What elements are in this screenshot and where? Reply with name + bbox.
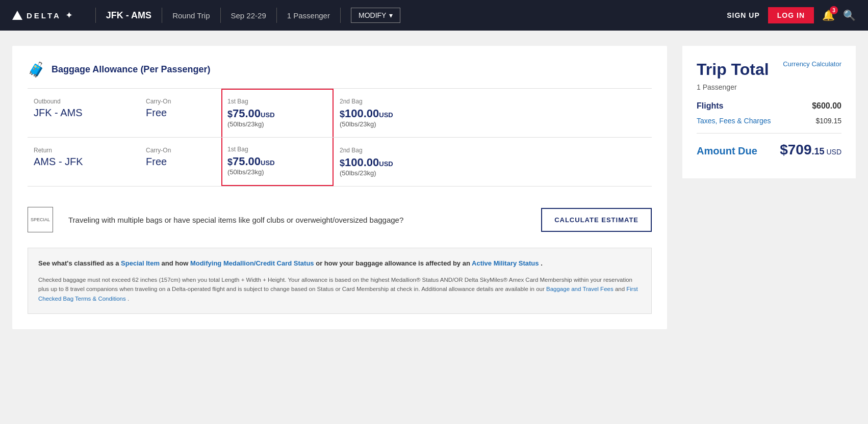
delta-triangle-icon — [12, 11, 22, 20]
outbound-route-cell: Outbound JFK - AMS — [28, 89, 140, 137]
info-box-top: See what's classified as a Special Item … — [38, 258, 641, 269]
search-icon[interactable]: 🔍 — [843, 9, 856, 21]
header-divider-4 — [276, 8, 277, 23]
modify-button-label: MODIFY — [359, 11, 386, 19]
amount-due-main: $709 — [780, 142, 811, 157]
outbound-label: Outbound — [34, 98, 134, 105]
amount-due-label: Amount Due — [697, 145, 757, 157]
price-symbol-r2: $ — [340, 158, 345, 168]
price-main-r: 75.00 — [233, 155, 261, 168]
amount-due-row: Amount Due $709.15 USD — [697, 142, 841, 158]
main-layout: 🧳 Baggage Allowance (Per Passenger) Outb… — [0, 31, 868, 344]
return-first-bag-cell: 1st Bag $75.00USD (50lbs/23kg) — [221, 138, 334, 186]
header-divider-2 — [162, 8, 162, 23]
baggage-title: Baggage Allowance (Per Passenger) — [52, 64, 210, 75]
baggage-fees-link[interactable]: Baggage and Travel Fees — [546, 286, 614, 292]
outbound-second-bag-cell: 2nd Bag $100.00USD (50lbs/23kg) — [334, 89, 446, 137]
outbound-first-bag-price: $75.00USD — [227, 107, 327, 120]
price-usd: USD — [261, 111, 274, 119]
return-second-bag-weight: (50lbs/23kg) — [340, 169, 440, 177]
price-main-2: 100.00 — [345, 107, 379, 120]
trip-passengers: 1 Passenger — [697, 83, 841, 91]
signup-button[interactable]: SIGN UP — [727, 11, 760, 19]
return-second-bag-price: $100.00USD — [340, 156, 440, 169]
header-divider-1 — [95, 8, 96, 23]
return-first-bag-label: 1st Bag — [227, 146, 327, 153]
price-main: 75.00 — [233, 107, 261, 120]
right-panel: Trip Total Currency Calculator 1 Passeng… — [682, 46, 856, 329]
price-symbol: $ — [227, 109, 233, 119]
outbound-second-bag-price: $100.00USD — [340, 107, 440, 120]
return-second-bag-label: 2nd Bag — [340, 147, 440, 154]
outbound-carryon-cell: Carry-On Free — [140, 89, 221, 137]
return-carryon-value: Free — [146, 156, 215, 168]
outbound-carryon-label: Carry-On — [146, 98, 215, 105]
return-carryon-label: Carry-On — [146, 147, 215, 154]
info-box-body: Checked baggage must not exceed 62 inche… — [38, 275, 641, 303]
price-symbol-2: $ — [340, 109, 345, 119]
return-second-bag-cell: 2nd Bag $100.00USD (50lbs/23kg) — [334, 138, 446, 186]
flights-value: $600.00 — [812, 101, 841, 111]
header-dates: Sep 22-29 — [231, 11, 266, 20]
outbound-second-bag-label: 2nd Bag — [340, 98, 440, 105]
return-route-name: AMS - JFK — [34, 156, 134, 168]
special-item-link[interactable]: Special Item — [121, 259, 160, 267]
medallion-link[interactable]: Modifying Medallion/Credit Card Status — [190, 259, 314, 267]
header-trip-type: Round Trip — [172, 11, 210, 20]
return-row: Return AMS - JFK Carry-On Free 1st Bag $… — [28, 138, 652, 186]
modify-chevron-icon: ▾ — [389, 11, 393, 19]
modify-button[interactable]: MODIFY ▾ — [351, 8, 400, 23]
amount-due-currency: USD — [825, 148, 841, 156]
logo-text: DELTA — [27, 11, 61, 20]
baggage-icon: 🧳 — [28, 61, 45, 78]
outbound-first-bag-weight: (50lbs/23kg) — [227, 120, 327, 128]
return-route-cell: Return AMS - JFK — [28, 138, 140, 186]
fees-label: Taxes, Fees & Charges — [697, 117, 771, 125]
return-first-bag-price: $75.00USD — [227, 155, 327, 168]
trip-total-header: Trip Total Currency Calculator — [697, 60, 841, 79]
info-box: See what's classified as a Special Item … — [28, 248, 652, 314]
price-usd-2: USD — [379, 111, 393, 119]
calculate-estimate-button[interactable]: CALCULATE ESTIMATE — [541, 208, 652, 232]
flights-row: Flights $600.00 — [697, 101, 841, 111]
fees-value: $109.15 — [815, 117, 841, 125]
outbound-carryon-value: Free — [146, 107, 215, 119]
login-button[interactable]: LOG IN — [768, 7, 814, 23]
trip-divider — [697, 133, 841, 134]
price-usd-r2: USD — [379, 160, 393, 168]
outbound-first-bag-cell: 1st Bag $75.00USD (50lbs/23kg) — [221, 89, 334, 137]
flights-label: Flights — [697, 101, 723, 111]
special-baggage-icon: SPECIAL — [28, 207, 53, 232]
delta-logo[interactable]: DELTA ✦ — [12, 10, 73, 21]
header-divider-5 — [340, 8, 341, 23]
outbound-second-bag-weight: (50lbs/23kg) — [340, 120, 440, 128]
amount-due-cents: .15 — [812, 146, 825, 156]
price-main-r2: 100.00 — [345, 156, 379, 169]
notification-badge: 3 — [830, 6, 838, 14]
outbound-first-bag-label: 1st Bag — [227, 98, 327, 105]
left-panel: 🧳 Baggage Allowance (Per Passenger) Outb… — [12, 46, 667, 329]
trip-total-box: Trip Total Currency Calculator 1 Passeng… — [682, 46, 856, 178]
outbound-route-name: JFK - AMS — [34, 107, 134, 119]
amount-due-value: $709.15 USD — [780, 142, 841, 158]
calculate-text: Traveling with multiple bags or have spe… — [68, 216, 526, 224]
logo-circle-icon: ✦ — [65, 10, 73, 21]
calculate-section: SPECIAL Traveling with multiple bags or … — [28, 202, 652, 232]
return-carryon-cell: Carry-On Free — [140, 138, 221, 186]
price-symbol-r: $ — [227, 157, 233, 167]
price-usd-r: USD — [261, 159, 274, 167]
military-status-link[interactable]: Active Military Status — [472, 259, 539, 267]
currency-calculator-link[interactable]: Currency Calculator — [783, 60, 841, 68]
header-divider-3 — [220, 8, 221, 23]
trip-total-title: Trip Total — [697, 60, 769, 79]
outbound-row: Outbound JFK - AMS Carry-On Free 1st Bag… — [28, 89, 652, 138]
fees-row: Taxes, Fees & Charges $109.15 — [697, 117, 841, 125]
return-first-bag-weight: (50lbs/23kg) — [227, 168, 327, 176]
return-label: Return — [34, 147, 134, 154]
header-route: JFK - AMS — [106, 10, 151, 21]
baggage-title-row: 🧳 Baggage Allowance (Per Passenger) — [28, 61, 652, 78]
header-right-actions: SIGN UP LOG IN 🔔 3 🔍 — [727, 7, 856, 23]
header-passengers: 1 Passenger — [287, 11, 330, 20]
main-header: DELTA ✦ JFK - AMS Round Trip Sep 22-29 1… — [0, 0, 868, 31]
notification-button[interactable]: 🔔 3 — [822, 9, 835, 21]
